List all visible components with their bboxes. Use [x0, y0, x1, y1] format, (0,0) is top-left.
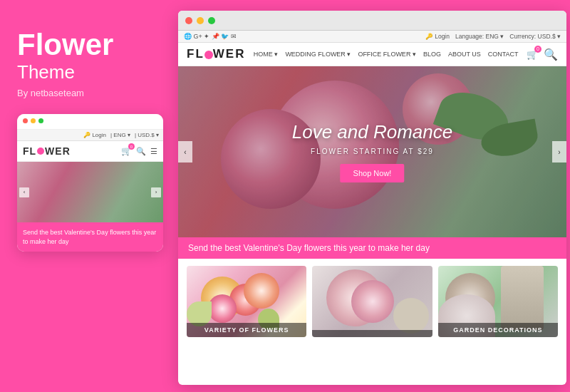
- hero-subtitle: FLOWER STARTING AT $29: [292, 148, 452, 155]
- product-card-middle[interactable]: [312, 266, 432, 337]
- browser-top-nav: 🌐 G+ ✦ 📌 🐦 ✉ 🔑 Login Language: ENG ▾ Cur…: [178, 31, 566, 43]
- mobile-cart-badge: 0: [128, 143, 135, 150]
- product-card-garden[interactable]: GARDEN DECORATIONS: [438, 266, 558, 337]
- theme-name: Flower: [17, 29, 160, 61]
- product-label-middle: [312, 330, 432, 337]
- hero-title: Love and Romance: [292, 121, 452, 143]
- left-panel: Flower Theme By netbaseteam 🔑 Login | EN…: [0, 0, 177, 392]
- browser-dot-yellow: [197, 17, 204, 24]
- browser-top-icons: 🌐 G+ ✦ 📌 🐦 ✉: [184, 33, 237, 40]
- browser-dot-red: [185, 17, 192, 24]
- nav-contact[interactable]: CONTACT: [488, 51, 519, 58]
- mobile-prev-arrow[interactable]: ‹: [19, 187, 29, 197]
- product-label-flowers: VARIETY OF FLOWERS: [187, 323, 306, 337]
- mobile-header: FLWER 🛒 0 🔍 ☰: [17, 141, 163, 162]
- dot-yellow: [31, 118, 36, 123]
- nav-blog[interactable]: BLOG: [423, 51, 441, 58]
- logo-flower-icon: [37, 148, 44, 155]
- nav-about[interactable]: ABOUT US: [448, 51, 481, 58]
- nav-wedding[interactable]: WEDDING FLOWER ▾: [285, 51, 351, 58]
- hero-prev-arrow[interactable]: ‹: [178, 141, 192, 163]
- mobile-top-bar: [17, 114, 163, 130]
- browser-logo: FLWER: [187, 47, 245, 61]
- mobile-next-arrow[interactable]: ›: [151, 187, 161, 197]
- browser-lang[interactable]: Language: ENG ▾: [455, 33, 504, 40]
- browser-cart[interactable]: 🛒 0: [527, 49, 538, 60]
- browser-header: FLWER HOME ▾ WEDDING FLOWER ▾ OFFICE FLO…: [178, 43, 566, 66]
- mobile-toolbar: 🔑 Login | ENG ▾ | USD.$ ▾: [17, 130, 163, 141]
- nav-office[interactable]: OFFICE FLOWER ▾: [358, 51, 416, 58]
- pink-banner: Send the best Valentine's Day flowers th…: [178, 237, 566, 259]
- mobile-currency: | USD.$ ▾: [135, 132, 159, 138]
- mobile-logo: FLWER: [23, 145, 71, 157]
- mobile-search-icon[interactable]: 🔍: [136, 147, 146, 156]
- hero-shop-now-button[interactable]: Shop Now!: [341, 164, 405, 182]
- theme-author: By netbaseteam: [17, 88, 160, 98]
- browser-login[interactable]: 🔑 Login: [425, 33, 450, 40]
- browser-search-icon[interactable]: 🔍: [544, 48, 558, 61]
- dot-red: [23, 118, 28, 123]
- browser-header-icons: 🛒 0 🔍: [527, 48, 558, 61]
- mobile-mockup: 🔑 Login | ENG ▾ | USD.$ ▾ FLWER 🛒 0 🔍 ☰ …: [17, 114, 163, 252]
- browser-currency[interactable]: Currency: USD.$ ▾: [509, 33, 561, 40]
- mobile-hero: ‹ ›: [17, 162, 163, 222]
- hero-text: Love and Romance FLOWER STARTING AT $29 …: [292, 121, 452, 182]
- browser-nav: HOME ▾ WEDDING FLOWER ▾ OFFICE FLOWER ▾ …: [254, 51, 519, 58]
- mobile-cart-icon[interactable]: 🛒 0: [121, 146, 132, 156]
- theme-subtitle: Theme: [17, 61, 160, 83]
- product-label-garden: GARDEN DECORATIONS: [438, 323, 558, 337]
- browser-top-right: 🔑 Login Language: ENG ▾ Currency: USD.$ …: [425, 33, 561, 40]
- mobile-menu-icon[interactable]: ☰: [150, 147, 157, 156]
- dot-green: [38, 118, 43, 123]
- mobile-caption: Send the best Valentine's Day flowers th…: [17, 222, 163, 252]
- product-card-flowers[interactable]: VARIETY OF FLOWERS: [187, 266, 306, 337]
- mobile-hero-image: [17, 162, 163, 222]
- mobile-header-icons: 🛒 0 🔍 ☰: [121, 146, 157, 156]
- hero-next-arrow[interactable]: ›: [552, 141, 566, 163]
- browser-cart-badge: 0: [534, 46, 542, 53]
- browser-title-bar: [178, 11, 566, 31]
- logo-o-icon: [204, 51, 213, 59]
- social-icons: 🌐 G+ ✦ 📌 🐦 ✉: [184, 33, 237, 40]
- browser-dot-green: [208, 17, 215, 24]
- nav-home[interactable]: HOME ▾: [254, 51, 279, 58]
- mobile-login: 🔑 Login: [83, 132, 106, 138]
- mobile-lang: | ENG ▾: [110, 132, 130, 138]
- products-row: VARIETY OF FLOWERS GARDEN DECORATIONS: [178, 259, 566, 344]
- mobile-dots: [23, 118, 157, 123]
- browser-hero: Love and Romance FLOWER STARTING AT $29 …: [178, 66, 566, 237]
- browser-window: 🌐 G+ ✦ 📌 🐦 ✉ 🔑 Login Language: ENG ▾ Cur…: [178, 11, 566, 385]
